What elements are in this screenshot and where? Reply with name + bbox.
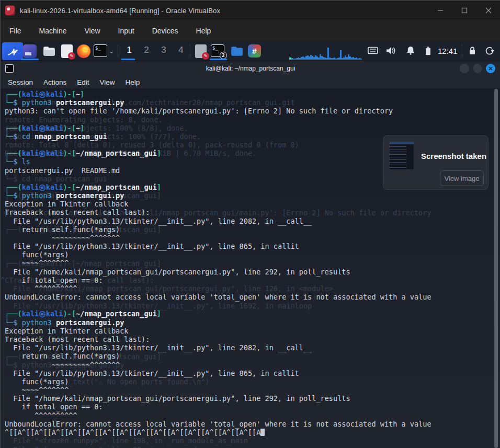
terminal-line: ┌──(kali㉿kali)-[~/nmap_portscan_gui]	[5, 309, 493, 318]
terminal-menu-actions[interactable]: Actions	[38, 78, 72, 86]
cpu-bar	[360, 59, 362, 60]
chevron-down-icon[interactable]: ⌄	[109, 48, 114, 55]
vbox-menu-view[interactable]: View	[75, 20, 109, 41]
vbox-menu-input[interactable]: Input	[109, 20, 143, 41]
terminal-menubar: SessionActionsEditViewHelp	[1, 76, 500, 88]
terminal-line: return self.func(*args)	[5, 352, 493, 360]
kali-dragon-icon	[6, 45, 19, 58]
terminal-minimize-button[interactable]	[460, 64, 469, 73]
terminal-line: File "/usr/lib/python3.13/tkinter/__init…	[5, 242, 493, 250]
terminal-close-button[interactable]: ✕	[486, 64, 495, 73]
terminal-menu-edit[interactable]: Edit	[72, 78, 94, 86]
firefox-icon	[77, 44, 90, 58]
terminal-line: ┌──(kali㉿kali)-[~]	[5, 90, 493, 98]
taskbar-terminal[interactable]: $_ 2	[211, 44, 224, 58]
terminal-launcher[interactable]: $_	[94, 44, 107, 58]
terminal-line: ┌──(kali㉿kali)-[~]	[5, 124, 493, 132]
bell-icon[interactable]	[406, 46, 420, 60]
terminal-cursor	[260, 429, 265, 436]
volume-icon[interactable]	[386, 47, 400, 60]
firefox-launcher[interactable]	[77, 44, 90, 58]
terminal-menu-help[interactable]: Help	[120, 78, 145, 86]
taskbar-cherrytree[interactable]: #	[248, 44, 262, 58]
terminal-line: └─$ python3 portscanergui.py	[5, 191, 493, 200]
vm-icon	[5, 5, 15, 16]
terminal-line: ~~~~~~~~~^^^^^^^	[5, 361, 493, 369]
terminal-icon: $_ 2	[211, 44, 224, 57]
terminal-line: File "/usr/lib/python3.13/tkinter/__init…	[5, 369, 493, 377]
screenshot-thumbnail[interactable]	[389, 142, 414, 170]
vbox-window-title: kali-linux-2026.1-virtualbox-amd64 [Runn…	[20, 7, 220, 15]
scrollbar-thumb[interactable]	[494, 89, 498, 448]
taskbar-folder[interactable]	[230, 44, 244, 58]
ghost-text-line: File "<frozen runpy>", line 198, in _run…	[5, 436, 248, 445]
terminal-menu-session[interactable]: Session	[3, 78, 38, 86]
terminal-line: return self.func(*args)	[5, 225, 493, 234]
view-image-button[interactable]: View image	[440, 170, 484, 186]
workspace-3[interactable]: 3	[156, 45, 172, 55]
ghost-text-line: File "<frozen runpy>", line 88, in _run_…	[5, 445, 201, 448]
workspace-1[interactable]: 1	[121, 45, 137, 55]
terminal-line: ~~~~^^^^^^^	[5, 259, 493, 267]
terminal-line: func(*args)	[5, 250, 493, 259]
active-app-underline	[21, 59, 39, 60]
terminal-line: if total_open == 0:	[5, 403, 493, 411]
terminal-maximize-button[interactable]	[473, 64, 482, 73]
edit-pencil-icon: ✎	[202, 52, 209, 60]
terminal-line: ^^^^^^^^^^	[5, 284, 493, 293]
close-icon[interactable]	[476, 1, 500, 20]
terminal-line: Exception in Tkinter callback	[5, 200, 493, 208]
vbox-menu-help[interactable]: Help	[187, 20, 220, 41]
workspace-2[interactable]: 2	[139, 45, 154, 55]
terminal-line: File "/usr/lib/python3.13/tkinter/__init…	[5, 343, 493, 352]
kali-panel: ✎ $_ ⌄ 1234 ✎ $_ 2 #	[1, 41, 500, 61]
terminal-line: ~~~~^^^^^^^	[5, 386, 493, 394]
maximize-icon[interactable]	[452, 1, 476, 20]
vbox-menu-machine[interactable]: Machine	[30, 20, 76, 41]
cpu-graph[interactable]	[291, 44, 365, 60]
window-count-badge: 2	[220, 52, 227, 59]
logout-icon[interactable]	[485, 46, 498, 60]
folder-launcher[interactable]	[42, 44, 56, 58]
panel-clock[interactable]: 12:41	[438, 47, 458, 55]
terminal-line: Traceback (most recent call last):	[5, 335, 493, 343]
panel-separator	[462, 45, 462, 58]
terminal-line: Exception in Tkinter callback	[5, 327, 493, 335]
vbox-menu-devices[interactable]: Devices	[143, 20, 187, 41]
vbox-titlebar: kali-linux-2026.1-virtualbox-amd64 [Runn…	[1, 1, 500, 20]
terminal-line: File "/home/kali/nmap_portscan_gui/ports…	[5, 394, 493, 403]
terminal-icon: $_	[94, 44, 107, 57]
vbox-menu-file[interactable]: File	[1, 20, 30, 41]
terminal-titlebar[interactable]: ▸ kali@kali: ~/nmap_portscan_gui ✕	[1, 61, 500, 76]
terminal-line: ^[[A^[[A^[[A^[[A^[[A^[[A^[[A^[[A^[[A^[[A…	[5, 428, 493, 436]
keyboard-icon[interactable]	[368, 47, 381, 60]
scrollbar-track	[494, 88, 500, 448]
active-workspace-underline	[121, 59, 135, 60]
panel-separator	[118, 45, 118, 58]
lock-icon[interactable]	[468, 46, 482, 60]
terminal-line: func(*args)	[5, 377, 493, 386]
terminal-line: UnboundLocalError: cannot access local v…	[5, 293, 493, 301]
terminal-line: UnboundLocalError: cannot access local v…	[5, 420, 493, 428]
workspace-4[interactable]: 4	[173, 45, 189, 55]
battery-icon[interactable]	[425, 47, 439, 60]
terminal-line: python3: can't open file '/home/kali/por…	[5, 107, 493, 115]
taskbar-text-editor[interactable]: ✎	[195, 44, 209, 58]
terminal-line	[5, 116, 493, 124]
terminal-line	[5, 301, 493, 309]
terminal-line: File "/home/kali/nmap_portscan_gui/ports…	[5, 268, 493, 276]
edit-pencil-icon: ✎	[68, 52, 75, 60]
cpu-graph-dot	[289, 58, 291, 60]
file-manager-launcher[interactable]	[23, 44, 37, 58]
minimize-icon[interactable]	[428, 1, 452, 20]
text-editor-launcher[interactable]: ✎	[61, 44, 75, 58]
screenshot-notification: Screenshot taken View image	[383, 135, 488, 190]
terminal-menu-view[interactable]: View	[95, 78, 120, 86]
terminal-title: kali@kali: ~/nmap_portscan_gui	[1, 65, 500, 72]
kali-menu-button[interactable]	[2, 42, 23, 60]
notification-title: Screenshot taken	[421, 152, 486, 160]
terminal-line: if total_open == 0:	[5, 276, 493, 284]
terminal-line: File "/usr/lib/python3.13/tkinter/__init…	[5, 217, 493, 225]
vbox-window-controls	[428, 1, 500, 20]
terminal-line: └─$ python3 portscanergui.py	[5, 318, 493, 327]
